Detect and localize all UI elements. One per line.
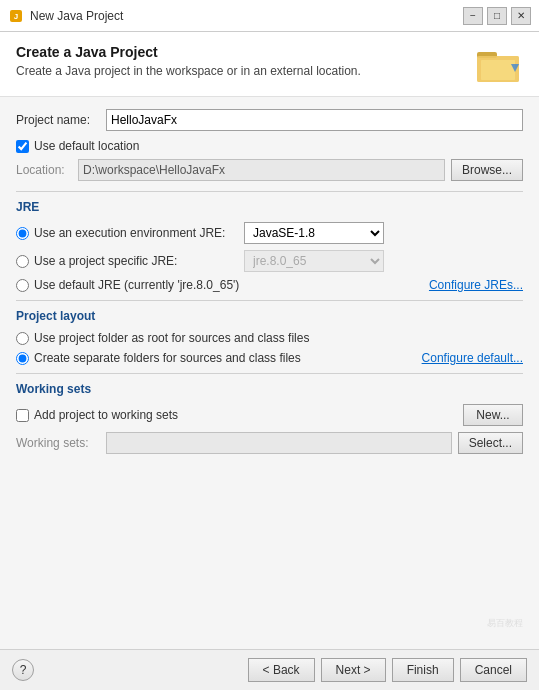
use-default-location-checkbox[interactable] bbox=[16, 140, 29, 153]
java-icon: J bbox=[8, 8, 24, 24]
cancel-button[interactable]: Cancel bbox=[460, 658, 527, 682]
location-input[interactable] bbox=[78, 159, 445, 181]
maximize-button[interactable]: □ bbox=[487, 7, 507, 25]
jre-option3-label[interactable]: Use default JRE (currently 'jre.8.0_65') bbox=[34, 278, 244, 292]
project-name-row: Project name: bbox=[16, 109, 523, 131]
header-text: Create a Java Project Create a Java proj… bbox=[16, 44, 475, 78]
add-working-sets-checkbox[interactable] bbox=[16, 409, 29, 422]
button-bar: ? < Back Next > Finish Cancel bbox=[0, 649, 539, 690]
working-sets-input-row: Working sets: Select... bbox=[16, 432, 523, 454]
svg-text:J: J bbox=[14, 12, 18, 21]
jre-specific-dropdown: jre.8.0_65 bbox=[244, 250, 384, 272]
dialog-title: Create a Java Project bbox=[16, 44, 475, 60]
jre-option2-radio[interactable] bbox=[16, 255, 29, 268]
separator-2 bbox=[16, 300, 523, 301]
project-name-label: Project name: bbox=[16, 113, 106, 127]
separator-1 bbox=[16, 191, 523, 192]
dialog-header: Create a Java Project Create a Java proj… bbox=[0, 32, 539, 97]
close-button[interactable]: ✕ bbox=[511, 7, 531, 25]
finish-button[interactable]: Finish bbox=[392, 658, 454, 682]
layout-option2-label[interactable]: Create separate folders for sources and … bbox=[34, 351, 301, 365]
svg-rect-5 bbox=[481, 60, 515, 80]
jre-option1-label[interactable]: Use an execution environment JRE: bbox=[34, 226, 244, 240]
folder-icon bbox=[475, 44, 523, 86]
jre-option2-label[interactable]: Use a project specific JRE: bbox=[34, 254, 244, 268]
select-working-set-button[interactable]: Select... bbox=[458, 432, 523, 454]
dialog-content: Create a Java Project Create a Java proj… bbox=[0, 32, 539, 649]
window-title: New Java Project bbox=[30, 9, 457, 23]
working-sets-label: Working sets: bbox=[16, 436, 106, 450]
minimize-button[interactable]: − bbox=[463, 7, 483, 25]
jre-option3-radio[interactable] bbox=[16, 279, 29, 292]
next-button[interactable]: Next > bbox=[321, 658, 386, 682]
project-name-input[interactable] bbox=[106, 109, 523, 131]
jre-option3-row: Use default JRE (currently 'jre.8.0_65')… bbox=[16, 278, 523, 292]
jre-env-dropdown[interactable]: JavaSE-1.8 JavaSE-1.7 JavaSE-11 bbox=[244, 222, 384, 244]
project-layout-section-header: Project layout bbox=[16, 309, 523, 323]
layout-option1-label[interactable]: Use project folder as root for sources a… bbox=[34, 331, 309, 345]
help-button[interactable]: ? bbox=[12, 659, 34, 681]
working-sets-input bbox=[106, 432, 452, 454]
configure-default-link[interactable]: Configure default... bbox=[422, 351, 523, 365]
separator-3 bbox=[16, 373, 523, 374]
jre-option1-radio[interactable] bbox=[16, 227, 29, 240]
back-button[interactable]: < Back bbox=[248, 658, 315, 682]
layout-option2-row: Create separate folders for sources and … bbox=[16, 351, 523, 365]
window-controls: − □ ✕ bbox=[463, 7, 531, 25]
title-bar: J New Java Project − □ ✕ bbox=[0, 0, 539, 32]
layout-option1-radio[interactable] bbox=[16, 332, 29, 345]
add-working-sets-row: Add project to working sets New... bbox=[16, 404, 523, 426]
default-location-row: Use default location bbox=[16, 139, 523, 153]
watermark-logo: 易百教程 bbox=[16, 597, 523, 630]
working-sets-section-header: Working sets bbox=[16, 382, 523, 396]
new-working-set-button[interactable]: New... bbox=[463, 404, 523, 426]
jre-option1-row: Use an execution environment JRE: JavaSE… bbox=[16, 222, 523, 244]
layout-option2-radio[interactable] bbox=[16, 352, 29, 365]
location-label: Location: bbox=[16, 163, 78, 177]
configure-jres-link[interactable]: Configure JREs... bbox=[429, 278, 523, 292]
layout-option1-row: Use project folder as root for sources a… bbox=[16, 331, 523, 345]
dialog-subtitle: Create a Java project in the workspace o… bbox=[16, 64, 475, 78]
browse-button[interactable]: Browse... bbox=[451, 159, 523, 181]
jre-section-header: JRE bbox=[16, 200, 523, 214]
watermark-area: 易百教程 bbox=[0, 589, 539, 649]
jre-option2-row: Use a project specific JRE: jre.8.0_65 bbox=[16, 250, 523, 272]
use-default-location-label[interactable]: Use default location bbox=[34, 139, 139, 153]
form-area: Project name: Use default location Locat… bbox=[0, 97, 539, 589]
location-row: Location: Browse... bbox=[16, 159, 523, 181]
add-working-sets-label[interactable]: Add project to working sets bbox=[34, 408, 178, 422]
